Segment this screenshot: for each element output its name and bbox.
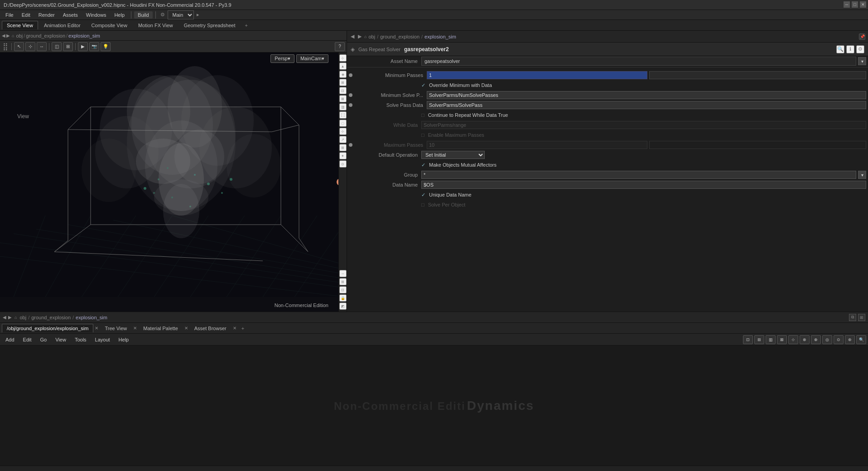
ng-layout-btn[interactable]: Layout — [92, 336, 114, 343]
vp-grid-btn[interactable]: ⊞ — [63, 42, 73, 51]
viewport-3d[interactable]: View Persp▾ MainCam▾ ⊹ ▲ ◈ ⊞ ⊡ ⊠ ▥ ⛶ ◌ ⊹… — [0, 53, 347, 312]
ng-icon4[interactable]: ⊠ — [777, 335, 787, 344]
rp-crumb-ground[interactable]: ground_explosion — [380, 34, 420, 39]
ng-icon10[interactable]: ⊛ — [845, 335, 855, 344]
menu-render[interactable]: Render — [35, 11, 58, 19]
ng-icon11[interactable]: 🔍 — [856, 335, 866, 344]
solve-pass-input[interactable] — [427, 101, 866, 109]
vp-snap-btn[interactable]: ◫ — [52, 42, 62, 51]
rp-crumb-obj[interactable]: obj — [368, 34, 375, 39]
ng-icon7[interactable]: ⊕ — [811, 335, 821, 344]
vp-rs-btn7[interactable]: ▥ — [339, 103, 347, 111]
vp-grid-icon[interactable]: ⣿ — [2, 42, 9, 51]
rp-nav-back[interactable]: ◀ — [350, 33, 355, 40]
sim-tab-close[interactable]: ✕ — [93, 325, 100, 332]
bottom-tab-add[interactable]: + — [238, 324, 248, 332]
vp-rs-btn14[interactable]: ⊙ — [339, 160, 347, 168]
vp-rs-btn6[interactable]: ⊠ — [339, 95, 347, 102]
ng-view-btn[interactable]: View — [52, 336, 70, 343]
p2-crumb-ground[interactable]: ground_explosion — [31, 315, 71, 320]
min-solve-input[interactable] — [427, 91, 866, 99]
group-input[interactable] — [421, 171, 856, 179]
vp-rs-btn10[interactable]: ⊹ — [339, 128, 347, 135]
vp-light-btn[interactable]: 💡 — [101, 42, 111, 51]
min-passes-slider[interactable] — [649, 71, 866, 79]
persp-dropdown[interactable]: Persp▾ — [270, 54, 294, 63]
menu-assets[interactable]: Assets — [59, 11, 82, 19]
default-op-select[interactable]: Set Initial Set Always Set Never — [421, 151, 485, 159]
ng-icon1[interactable]: ⊡ — [743, 335, 753, 344]
tab-tree-view[interactable]: Tree View — [100, 324, 132, 332]
p2-nav-fwd[interactable]: ▶ — [8, 315, 12, 320]
data-name-input[interactable] — [421, 181, 866, 189]
vp-rs-btn13[interactable]: ✦ — [339, 152, 347, 159]
tab-composite-view[interactable]: Composite View — [87, 21, 132, 29]
ng-help-btn[interactable]: Help — [115, 336, 133, 343]
vp-settings-btn[interactable]: ? — [335, 42, 345, 51]
vp-select-btn[interactable]: ↖ — [14, 42, 24, 51]
menu-edit[interactable]: Edit — [18, 11, 34, 19]
ng-icon5[interactable]: ⊹ — [788, 335, 798, 344]
rp-pin-btn[interactable]: 📌 — [859, 34, 865, 40]
ng-icon6[interactable]: ⊗ — [800, 335, 810, 344]
tab-material-palette[interactable]: Material Palette — [138, 324, 183, 332]
ng-go-btn[interactable]: Go — [37, 336, 51, 343]
tree-tab-close[interactable]: ✕ — [132, 325, 138, 332]
vp-rs-bottom5[interactable]: ◩ — [339, 303, 347, 310]
group-menu-btn[interactable]: ▾ — [858, 171, 866, 179]
vp-rs-bottom1[interactable]: ↔ — [339, 270, 347, 277]
node-graph-canvas[interactable]: Non-Commercial Editi Dynamics — [0, 346, 868, 466]
vp-rs-btn3[interactable]: ◈ — [339, 71, 347, 78]
p2-pin-btn[interactable]: ⧉ — [849, 314, 856, 321]
vp-crumb-ground[interactable]: ground_explosion — [26, 33, 65, 38]
ng-icon9[interactable]: ⊙ — [834, 335, 844, 344]
np-gear-btn[interactable]: ⚙ — [856, 45, 864, 53]
vp-camera-btn[interactable]: 📷 — [89, 42, 99, 51]
vp-rs-btn11[interactable]: ↗ — [339, 136, 347, 143]
tab-scene-view[interactable]: Scene View — [2, 21, 38, 29]
menu-windows[interactable]: Windows — [82, 11, 110, 19]
np-search-btn[interactable]: 🔍 — [836, 45, 844, 53]
tab-motion-fx[interactable]: Motion FX View — [133, 21, 178, 29]
tab-asset-browser[interactable]: Asset Browser — [189, 324, 231, 332]
tab-animation-editor[interactable]: Animation Editor — [39, 21, 86, 29]
asset-tab-close[interactable]: ✕ — [231, 325, 238, 332]
rp-nav-fwd[interactable]: ▶ — [357, 33, 362, 40]
ng-edit-btn[interactable]: Edit — [19, 336, 35, 343]
menu-build[interactable]: Build — [134, 11, 152, 19]
vp-rs-lock[interactable]: 🔒 — [339, 294, 347, 302]
main-dropdown[interactable]: Main — [168, 10, 194, 19]
vp-rs-btn9[interactable]: ◌ — [339, 120, 347, 127]
vp-rs-bottom2[interactable]: ⊞ — [339, 278, 347, 285]
close-button[interactable]: ✕ — [860, 1, 866, 8]
asset-name-input[interactable] — [421, 57, 856, 66]
material-tab-close[interactable]: ✕ — [183, 325, 189, 332]
vp-nav-back[interactable]: ◀ — [2, 33, 5, 38]
asset-name-menu[interactable]: ▾ — [858, 57, 866, 65]
max-passes-input[interactable] — [427, 141, 647, 149]
ng-add-btn[interactable]: Add — [2, 336, 18, 343]
while-data-input[interactable] — [421, 121, 866, 129]
vp-rs-btn5[interactable]: ⊡ — [339, 87, 347, 94]
p2-layout-btn[interactable]: ⊞ — [858, 314, 865, 321]
p2-nav-back[interactable]: ◀ — [3, 315, 6, 320]
vp-rs-btn8[interactable]: ⛶ — [339, 111, 347, 119]
ng-tools-btn[interactable]: Tools — [71, 336, 90, 343]
menu-help[interactable]: Help — [111, 11, 128, 19]
cam-dropdown[interactable]: MainCam▾ — [296, 54, 328, 63]
tab-sim-network[interactable]: /obj/ground_explosion/explosion_sim — [2, 324, 93, 332]
max-passes-slider[interactable] — [649, 141, 866, 149]
menu-file[interactable]: File — [2, 11, 17, 19]
min-passes-input[interactable] — [427, 71, 647, 79]
tab-geometry-spreadsheet[interactable]: Geometry Spreadsheet — [179, 21, 241, 29]
rp-crumb-sim[interactable]: explosion_sim — [424, 34, 456, 39]
p2-crumb-sim[interactable]: explosion_sim — [76, 315, 107, 320]
ng-icon8[interactable]: ◎ — [822, 335, 832, 344]
np-info-btn[interactable]: ℹ — [846, 45, 854, 53]
minimize-button[interactable]: ─ — [844, 1, 850, 8]
vp-rs-btn2[interactable]: ▲ — [339, 62, 347, 70]
vp-select2-btn[interactable]: ⊹ — [25, 42, 35, 51]
vp-rs-btn4[interactable]: ⊞ — [339, 79, 347, 86]
vp-crumb-sim[interactable]: explosion_sim — [68, 33, 100, 38]
vp-rs-btn1[interactable]: ⊹ — [339, 54, 347, 62]
